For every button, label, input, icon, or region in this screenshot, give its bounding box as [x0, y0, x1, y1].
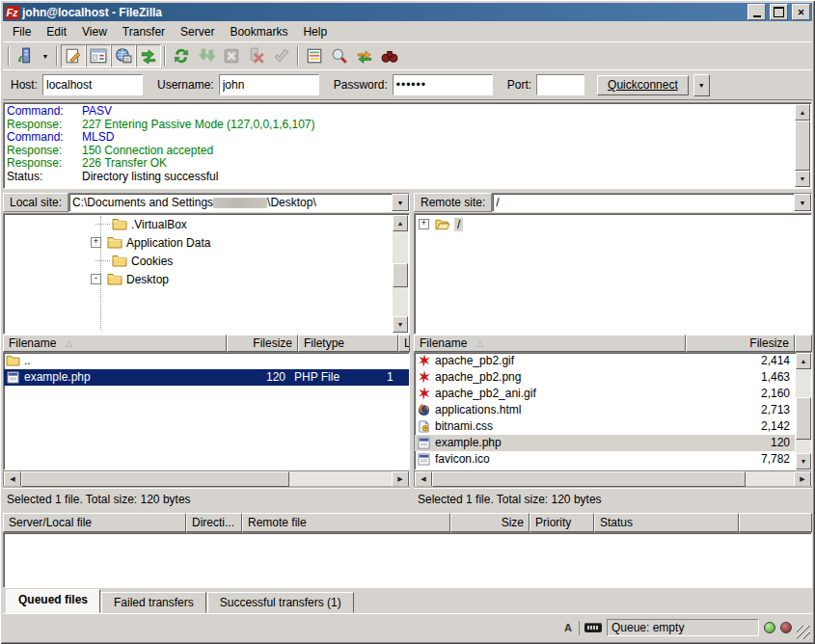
directory-comparison-button[interactable]	[302, 44, 327, 67]
log-scrollbar[interactable]: ▲ ▼	[795, 104, 810, 187]
scroll-down-icon[interactable]: ▼	[393, 316, 408, 333]
menu-help[interactable]: Help	[295, 23, 335, 40]
port-input[interactable]	[536, 74, 584, 95]
scroll-left-icon[interactable]: ◀	[4, 471, 21, 487]
tab-failed-transfers[interactable]: Failed transfers	[101, 592, 206, 613]
message-log[interactable]: Command:PASV Response:227 Entering Passi…	[3, 102, 812, 189]
find-files-button[interactable]	[377, 44, 402, 67]
remote-path-combobox[interactable]: / ▼	[492, 193, 812, 212]
tree-expander-icon[interactable]: +	[91, 237, 101, 248]
scroll-thumb[interactable]	[796, 397, 811, 440]
column-header-filename[interactable]: Filename△	[3, 335, 227, 352]
column-header-filesize[interactable]: Filesize	[227, 335, 298, 352]
column-header-remote-file[interactable]: Remote file	[242, 513, 450, 532]
scroll-thumb[interactable]	[393, 263, 408, 287]
toggle-transfer-queue-button[interactable]	[136, 44, 161, 67]
column-header-priority[interactable]: Priority	[530, 513, 594, 532]
column-header-server-local-file[interactable]: Server/Local file	[3, 513, 186, 532]
file-row[interactable]: apache_pb2.png 1,463	[415, 369, 795, 386]
clear-queue-button[interactable]	[269, 44, 294, 67]
tab-queued-files[interactable]: Queued files	[6, 589, 100, 613]
quickconnect-dropdown-button[interactable]: ▼	[693, 74, 710, 96]
local-path-combobox[interactable]: C:\Documents and Settings\Desktop\ ▼	[68, 193, 410, 212]
scroll-up-icon[interactable]: ▲	[796, 353, 811, 369]
site-manager-button[interactable]	[13, 44, 38, 67]
quickconnect-button[interactable]: Quickconnect	[597, 75, 689, 95]
scroll-up-icon[interactable]: ▲	[795, 104, 810, 121]
title-bar[interactable]: Fz john@localhost - FileZilla ✕	[3, 3, 812, 21]
password-input[interactable]	[393, 74, 493, 95]
tree-expander-icon[interactable]: +	[419, 219, 429, 229]
toggle-message-log-button[interactable]	[61, 44, 86, 67]
toggle-local-tree-button[interactable]	[86, 44, 111, 67]
column-header-status[interactable]: Status	[594, 513, 739, 532]
folder-icon	[112, 255, 127, 267]
file-row-selected[interactable]: example.php 120 PHP File 1	[4, 369, 409, 386]
host-input[interactable]	[42, 74, 143, 95]
scroll-right-icon[interactable]: ▶	[794, 471, 811, 487]
scroll-thumb[interactable]	[432, 471, 746, 487]
tree-item-cookies[interactable]: Cookies	[4, 252, 392, 270]
local-hscrollbar[interactable]: ◀ ▶	[3, 470, 410, 488]
remote-hscrollbar[interactable]: ◀ ▶	[414, 470, 812, 488]
minimize-button[interactable]	[747, 4, 766, 20]
file-row[interactable]: apache_pb2.gif 2,414	[415, 353, 795, 369]
log-line: Status:Directory listing successful	[7, 171, 792, 184]
site-manager-dropdown-button[interactable]: ▼	[38, 44, 53, 67]
scroll-right-icon[interactable]: ▶	[392, 471, 409, 487]
cancel-operation-button[interactable]	[219, 44, 244, 67]
tree-item-desktop[interactable]: - Desktop	[4, 270, 392, 288]
scroll-up-icon[interactable]: ▲	[393, 215, 408, 231]
file-row-parent-dir[interactable]: ..	[4, 353, 409, 369]
column-header-filename[interactable]: Filename△	[414, 335, 686, 352]
tree-item-root[interactable]: + /	[415, 215, 794, 233]
username-label: Username:	[157, 78, 214, 92]
local-file-list[interactable]: .. example.php 120 PHP File 1	[3, 352, 410, 471]
column-header-size[interactable]: Size	[450, 513, 530, 532]
menu-view[interactable]: View	[74, 23, 115, 40]
local-tree-scrollbar[interactable]: ▲ ▼	[393, 215, 408, 333]
column-header-filesize[interactable]: Filesize	[686, 335, 795, 352]
file-row[interactable]: index.html 202	[415, 468, 795, 471]
transfer-queue-list[interactable]	[3, 532, 812, 588]
chevron-down-icon[interactable]: ▼	[392, 194, 409, 211]
tree-expander-icon[interactable]: -	[91, 274, 101, 284]
remote-file-list[interactable]: apache_pb2.gif 2,414 apache_pb2.png 1,46…	[414, 352, 812, 471]
close-button[interactable]: ✕	[792, 4, 810, 20]
process-queue-button[interactable]	[194, 44, 219, 67]
scroll-down-icon[interactable]: ▼	[796, 453, 811, 470]
scroll-thumb[interactable]	[21, 471, 289, 487]
menu-edit[interactable]: Edit	[39, 23, 74, 40]
column-header-direction[interactable]: Directi...	[186, 513, 242, 532]
remote-list-scrollbar[interactable]: ▲ ▼	[796, 353, 811, 470]
disconnect-button[interactable]	[244, 44, 269, 67]
tree-item-virtualbox[interactable]: .VirtualBox	[4, 215, 392, 233]
file-row-selected[interactable]: example.php 120	[415, 435, 795, 451]
menu-bookmarks[interactable]: Bookmarks	[222, 23, 295, 40]
scroll-thumb[interactable]	[795, 121, 810, 171]
file-row[interactable]: applications.html 2,713	[415, 402, 795, 418]
toggle-remote-tree-button[interactable]	[111, 44, 136, 67]
file-row[interactable]: bitnami.css 2,142	[415, 418, 795, 435]
maximize-button[interactable]	[770, 4, 788, 20]
tab-successful-transfers[interactable]: Successful transfers (1)	[207, 592, 354, 613]
file-row[interactable]: apache_pb2_ani.gif 2,160	[415, 386, 795, 402]
remote-directory-tree[interactable]: + /	[414, 213, 812, 335]
activity-led-green-icon	[764, 622, 775, 633]
synchronized-browsing-button[interactable]	[352, 44, 377, 67]
file-row[interactable]: favicon.ico 7,782	[415, 451, 795, 468]
menu-file[interactable]: File	[5, 23, 39, 40]
resize-grip[interactable]	[797, 626, 810, 639]
local-directory-tree[interactable]: .VirtualBox + Application Data Cookies -	[3, 213, 410, 335]
menu-transfer[interactable]: Transfer	[115, 23, 173, 40]
filter-button[interactable]	[327, 44, 352, 67]
username-input[interactable]	[219, 74, 319, 95]
column-header-filetype[interactable]: Filetype	[298, 335, 398, 352]
scroll-left-icon[interactable]: ◀	[415, 471, 432, 487]
chevron-down-icon[interactable]: ▼	[794, 194, 811, 211]
scroll-down-icon[interactable]: ▼	[795, 171, 810, 187]
refresh-button[interactable]	[169, 44, 194, 67]
menu-server[interactable]: Server	[173, 23, 222, 40]
column-header-last-modified[interactable]: L	[398, 335, 410, 352]
tree-item-application-data[interactable]: + Application Data	[4, 233, 392, 252]
